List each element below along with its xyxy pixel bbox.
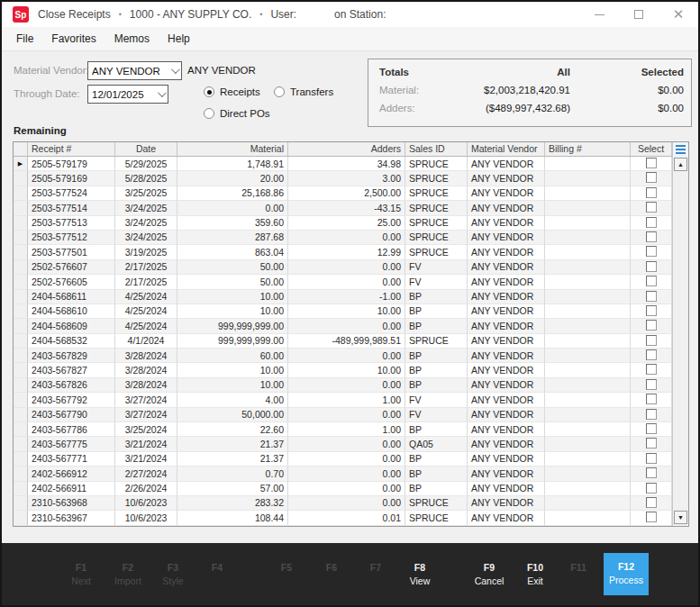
- menu-memos[interactable]: Memos: [105, 29, 159, 49]
- table-row[interactable]: 2403-567771 3/21/2024 21.37 0.00 BP ANY …: [14, 452, 688, 467]
- select-checkbox[interactable]: [646, 202, 657, 213]
- table-row[interactable]: ▶ 2505-579179 5/29/2025 1,748.91 34.98 S…: [14, 157, 688, 171]
- select-checkbox[interactable]: [646, 172, 657, 183]
- select-checkbox[interactable]: [646, 261, 657, 272]
- row-selector-cell[interactable]: [14, 231, 28, 245]
- table-row[interactable]: 2404-568611 4/25/2024 10.00 -1.00 BP ANY…: [14, 290, 688, 304]
- table-row[interactable]: 2403-567829 3/28/2024 60.00 0.00 BP ANY …: [14, 349, 688, 363]
- select-checkbox[interactable]: [646, 423, 657, 434]
- header-sales-id[interactable]: Sales ID: [405, 142, 468, 156]
- table-row[interactable]: 2502-576607 2/17/2025 50.00 0.00 FV ANY …: [14, 260, 688, 275]
- row-selector-cell[interactable]: ▶: [14, 157, 28, 171]
- select-checkbox[interactable]: [646, 379, 657, 390]
- row-selector-cell[interactable]: [14, 378, 28, 393]
- fkey-f8-button[interactable]: F8View: [397, 555, 442, 594]
- row-selector-cell[interactable]: [14, 260, 28, 275]
- row-selector-cell[interactable]: [14, 363, 28, 377]
- select-checkbox[interactable]: [646, 497, 657, 508]
- row-selector-cell[interactable]: [14, 201, 28, 215]
- maximize-button[interactable]: [619, 2, 659, 27]
- header-material-vendor[interactable]: Material Vendor: [468, 142, 545, 156]
- row-selector-cell[interactable]: [14, 290, 28, 304]
- table-row[interactable]: 2402-566911 2/26/2024 57.00 0.00 BP ANY …: [14, 482, 688, 496]
- fkey-f9-button[interactable]: F9Cancel: [467, 555, 512, 594]
- grid-menu-icon[interactable]: [672, 142, 688, 157]
- table-row[interactable]: 2402-566912 2/27/2024 0.70 0.00 BP ANY V…: [14, 467, 688, 481]
- table-row[interactable]: 2403-567826 3/28/2024 10.00 0.00 BP ANY …: [14, 378, 688, 393]
- row-selector-cell[interactable]: [14, 334, 28, 349]
- minimize-button[interactable]: [579, 2, 619, 27]
- row-selector-cell[interactable]: [14, 408, 28, 422]
- select-checkbox[interactable]: [646, 187, 657, 198]
- table-row[interactable]: 2505-579169 5/28/2025 20.00 3.00 SPRUCE …: [14, 171, 688, 186]
- row-selector-cell[interactable]: [14, 349, 28, 363]
- row-selector-cell[interactable]: [14, 216, 28, 231]
- select-checkbox[interactable]: [646, 438, 657, 448]
- menu-favorites[interactable]: Favorites: [42, 29, 105, 49]
- table-row[interactable]: 2403-567786 3/25/2024 22.60 1.00 BP ANY …: [14, 422, 688, 437]
- header-adders[interactable]: Adders: [288, 142, 405, 156]
- radio-direct-pos[interactable]: Direct POs: [204, 108, 270, 119]
- select-checkbox[interactable]: [646, 364, 657, 375]
- row-selector-cell[interactable]: [14, 186, 28, 201]
- close-button[interactable]: ✕: [659, 2, 698, 27]
- table-row[interactable]: 2503-577512 3/24/2025 287.68 0.00 SPRUCE…: [14, 231, 688, 245]
- fkey-f12-button[interactable]: F12Process: [604, 553, 649, 595]
- row-selector-cell[interactable]: [14, 171, 28, 186]
- radio-transfers[interactable]: Transfers: [274, 86, 333, 97]
- select-checkbox[interactable]: [646, 453, 657, 464]
- row-selector-cell[interactable]: [14, 452, 28, 467]
- table-row[interactable]: 2404-568610 4/25/2024 10.00 10.00 BP ANY…: [14, 304, 688, 319]
- row-selector-cell[interactable]: [14, 437, 28, 451]
- vertical-scrollbar[interactable]: ▲ ▼: [672, 157, 688, 526]
- table-row[interactable]: 2403-567792 3/27/2024 4.00 1.00 FV ANY V…: [14, 393, 688, 407]
- table-row[interactable]: 2403-567790 3/27/2024 50,000.00 0.00 FV …: [14, 408, 688, 422]
- radio-receipts[interactable]: Receipts: [204, 86, 260, 97]
- row-selector-cell[interactable]: [14, 245, 28, 259]
- menu-help[interactable]: Help: [159, 29, 199, 49]
- table-row[interactable]: 2403-567775 3/21/2024 21.37 0.00 QA05 AN…: [14, 437, 688, 451]
- table-row[interactable]: 2503-577513 3/24/2025 359.60 25.00 SPRUC…: [14, 216, 688, 231]
- select-checkbox[interactable]: [646, 394, 657, 404]
- header-date[interactable]: Date: [115, 142, 177, 156]
- table-row[interactable]: 2502-576605 2/17/2025 50.00 0.00 FV ANY …: [14, 275, 688, 289]
- select-checkbox[interactable]: [646, 409, 657, 420]
- row-selector-cell[interactable]: [14, 482, 28, 496]
- header-receipt[interactable]: Receipt #: [28, 142, 115, 156]
- row-selector-cell[interactable]: [14, 393, 28, 407]
- select-checkbox[interactable]: [646, 217, 657, 228]
- select-checkbox[interactable]: [646, 512, 657, 522]
- select-checkbox[interactable]: [646, 231, 657, 242]
- row-selector-cell[interactable]: [14, 422, 28, 437]
- select-checkbox[interactable]: [646, 276, 657, 286]
- scroll-up-button[interactable]: ▲: [674, 158, 687, 171]
- through-date-combobox[interactable]: 12/01/2025: [87, 85, 168, 104]
- row-selector-cell[interactable]: [14, 496, 28, 511]
- table-row[interactable]: 2503-577501 3/19/2025 863.04 12.99 SPRUC…: [14, 245, 688, 259]
- row-selector-cell[interactable]: [14, 275, 28, 289]
- select-checkbox[interactable]: [646, 483, 657, 494]
- menu-file[interactable]: File: [7, 29, 42, 49]
- material-vendor-combobox[interactable]: ANY VENDOR: [87, 61, 182, 80]
- fkey-f10-button[interactable]: F10Exit: [513, 555, 558, 594]
- header-select[interactable]: Select: [631, 142, 672, 156]
- table-row[interactable]: 2403-567827 3/28/2024 10.00 10.00 BP ANY…: [14, 363, 688, 377]
- table-row[interactable]: 2310-563968 10/6/2023 283.32 0.00 SPRUCE…: [14, 496, 688, 511]
- select-checkbox[interactable]: [646, 349, 657, 360]
- row-selector-cell[interactable]: [14, 467, 28, 481]
- header-billing[interactable]: Billing #: [545, 142, 631, 156]
- select-checkbox[interactable]: [646, 246, 657, 257]
- row-selector-cell[interactable]: [14, 304, 28, 319]
- table-row[interactable]: 2404-568532 4/1/2024 999,999,999.00 -489…: [14, 334, 688, 349]
- header-material[interactable]: Material: [177, 142, 288, 156]
- table-row[interactable]: 2404-568609 4/25/2024 999,999,999.00 0.0…: [14, 319, 688, 333]
- scroll-down-button[interactable]: ▼: [674, 511, 687, 524]
- row-selector-cell[interactable]: [14, 319, 28, 333]
- select-checkbox[interactable]: [646, 305, 657, 316]
- table-row[interactable]: 2310-563967 10/6/2023 108.44 0.01 SPRUCE…: [14, 511, 688, 525]
- select-checkbox[interactable]: [646, 467, 657, 478]
- select-checkbox[interactable]: [646, 335, 657, 346]
- table-row[interactable]: 2503-577514 3/24/2025 0.00 -43.15 SPRUCE…: [14, 201, 688, 215]
- select-checkbox[interactable]: [646, 320, 657, 331]
- select-checkbox[interactable]: [646, 158, 657, 168]
